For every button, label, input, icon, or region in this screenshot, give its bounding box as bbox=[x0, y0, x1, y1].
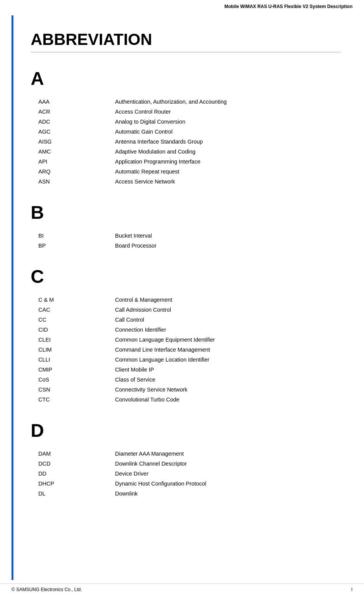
abbr-term: DD bbox=[38, 469, 115, 479]
abbr-term: CAC bbox=[38, 305, 115, 315]
table-row: APIApplication Programming Interface bbox=[38, 157, 349, 167]
abbr-definition: Class of Service bbox=[115, 375, 349, 385]
abbr-term: CLEI bbox=[38, 335, 115, 345]
section-letter-A: A bbox=[31, 68, 341, 89]
main-content: ABBREVIATION AAAAAuthentication, Authori… bbox=[8, 11, 364, 522]
abbr-term: ACR bbox=[38, 107, 115, 117]
abbr-definition: Automatic Repeat request bbox=[115, 167, 349, 177]
table-row: AISGAntenna Interface Standards Group bbox=[38, 137, 349, 147]
abbr-term: CLIM bbox=[38, 345, 115, 355]
abbr-definition: Bucket Interval bbox=[115, 231, 349, 241]
table-row: ASNAccess Service Network bbox=[38, 177, 349, 187]
abbr-term: ASN bbox=[38, 177, 115, 187]
abbr-definition: Client Mobile IP bbox=[115, 365, 349, 375]
table-row: C & MControl & Management bbox=[38, 295, 349, 305]
abbr-term: ARQ bbox=[38, 167, 115, 177]
abbr-term: AAA bbox=[38, 97, 115, 107]
abbr-definition: Automatic Gain Control bbox=[115, 127, 349, 137]
abbr-term: CTC bbox=[38, 395, 115, 405]
abbr-term: AISG bbox=[38, 137, 115, 147]
footer-page-number: I bbox=[351, 587, 352, 592]
section-letter-B: B bbox=[31, 202, 341, 223]
table-row: AGCAutomatic Gain Control bbox=[38, 127, 349, 137]
abbr-term: API bbox=[38, 157, 115, 167]
section-letter-C: C bbox=[31, 266, 341, 287]
abbr-definition: Adaptive Modulation and Coding bbox=[115, 147, 349, 157]
abbr-term: AGC bbox=[38, 127, 115, 137]
abbr-term: CMIP bbox=[38, 365, 115, 375]
abbr-term: AMC bbox=[38, 147, 115, 157]
table-row: BPBoard Processor bbox=[38, 241, 349, 251]
abbr-definition: Authentication, Authorization, and Accou… bbox=[115, 97, 349, 107]
table-row: CMIPClient Mobile IP bbox=[38, 365, 349, 375]
abbr-term: CLLI bbox=[38, 355, 115, 365]
abbr-term: ADC bbox=[38, 117, 115, 127]
table-row: DCDDownlink Channel Descriptor bbox=[38, 459, 349, 469]
section-C: CC & MControl & ManagementCACCall Admiss… bbox=[31, 266, 341, 405]
abbr-definition: Call Control bbox=[115, 315, 349, 325]
page-title: ABBREVIATION bbox=[31, 30, 341, 53]
table-row: DHCPDynamic Host Configuration Protocol bbox=[38, 479, 349, 489]
page-footer: © SAMSUNG Electronics Co., Ltd. I bbox=[0, 583, 364, 595]
abbr-table-A: AAAAuthentication, Authorization, and Ac… bbox=[38, 97, 349, 187]
table-row: BIBucket Interval bbox=[38, 231, 349, 241]
table-row: CIDConnection Identifier bbox=[38, 325, 349, 335]
abbr-term: CC bbox=[38, 315, 115, 325]
page-header: Mobile WiMAX RAS U-RAS Flexible V2 Syste… bbox=[0, 0, 364, 11]
table-row: ARQAutomatic Repeat request bbox=[38, 167, 349, 177]
header-title: Mobile WiMAX RAS U-RAS Flexible V2 Syste… bbox=[224, 4, 352, 9]
abbr-term: DAM bbox=[38, 449, 115, 459]
section-A: AAAAAuthentication, Authorization, and A… bbox=[31, 68, 341, 187]
abbr-definition: Board Processor bbox=[115, 241, 349, 251]
table-row: CSNConnectivity Service Network bbox=[38, 385, 349, 395]
abbr-definition: Dynamic Host Configuration Protocol bbox=[115, 479, 349, 489]
abbr-table-C: C & MControl & ManagementCACCall Admissi… bbox=[38, 295, 349, 405]
abbr-term: C & M bbox=[38, 295, 115, 305]
table-row: ADCAnalog to Digital Conversion bbox=[38, 117, 349, 127]
abbr-definition: Connection Identifier bbox=[115, 325, 349, 335]
abbr-definition: Common Language Location Identifier bbox=[115, 355, 349, 365]
abbr-definition: Device Driver bbox=[115, 469, 349, 479]
table-row: CLEICommon Language Equipment Identifier bbox=[38, 335, 349, 345]
abbr-definition: Convolutional Turbo Code bbox=[115, 395, 349, 405]
abbr-table-B: BIBucket IntervalBPBoard Processor bbox=[38, 231, 349, 251]
section-letter-D: D bbox=[31, 420, 341, 441]
table-row: CLLICommon Language Location Identifier bbox=[38, 355, 349, 365]
table-row: CACCall Admission Control bbox=[38, 305, 349, 315]
abbr-definition: Antenna Interface Standards Group bbox=[115, 137, 349, 147]
abbr-definition: Access Control Router bbox=[115, 107, 349, 117]
abbr-definition: Command Line Interface Management bbox=[115, 345, 349, 355]
abbr-definition: Control & Management bbox=[115, 295, 349, 305]
section-D: DDAMDiameter AAA ManagementDCDDownlink C… bbox=[31, 420, 341, 499]
abbr-definition: Downlink bbox=[115, 489, 349, 499]
abbr-term: DL bbox=[38, 489, 115, 499]
abbr-term: DCD bbox=[38, 459, 115, 469]
footer-copyright: © SAMSUNG Electronics Co., Ltd. bbox=[12, 587, 82, 592]
table-row: AAAAuthentication, Authorization, and Ac… bbox=[38, 97, 349, 107]
table-row: DLDownlink bbox=[38, 489, 349, 499]
abbr-definition: Call Admission Control bbox=[115, 305, 349, 315]
abbr-definition: Connectivity Service Network bbox=[115, 385, 349, 395]
table-row: CoSClass of Service bbox=[38, 375, 349, 385]
abbr-definition: Common Language Equipment Identifier bbox=[115, 335, 349, 345]
table-row: CTCConvolutional Turbo Code bbox=[38, 395, 349, 405]
abbr-definition: Application Programming Interface bbox=[115, 157, 349, 167]
abbr-definition: Diameter AAA Management bbox=[115, 449, 349, 459]
abbr-table-D: DAMDiameter AAA ManagementDCDDownlink Ch… bbox=[38, 449, 349, 499]
abbr-definition: Analog to Digital Conversion bbox=[115, 117, 349, 127]
abbr-definition: Access Service Network bbox=[115, 177, 349, 187]
table-row: DAMDiameter AAA Management bbox=[38, 449, 349, 459]
table-row: CLIMCommand Line Interface Management bbox=[38, 345, 349, 355]
table-row: CCCall Control bbox=[38, 315, 349, 325]
abbr-term: CoS bbox=[38, 375, 115, 385]
abbr-term: DHCP bbox=[38, 479, 115, 489]
abbr-term: BP bbox=[38, 241, 115, 251]
section-B: BBIBucket IntervalBPBoard Processor bbox=[31, 202, 341, 251]
table-row: DDDevice Driver bbox=[38, 469, 349, 479]
table-row: AMCAdaptive Modulation and Coding bbox=[38, 147, 349, 157]
sections-container: AAAAAuthentication, Authorization, and A… bbox=[31, 68, 341, 499]
abbr-term: BI bbox=[38, 231, 115, 241]
table-row: ACRAccess Control Router bbox=[38, 107, 349, 117]
left-accent-bar bbox=[12, 15, 13, 580]
abbr-definition: Downlink Channel Descriptor bbox=[115, 459, 349, 469]
